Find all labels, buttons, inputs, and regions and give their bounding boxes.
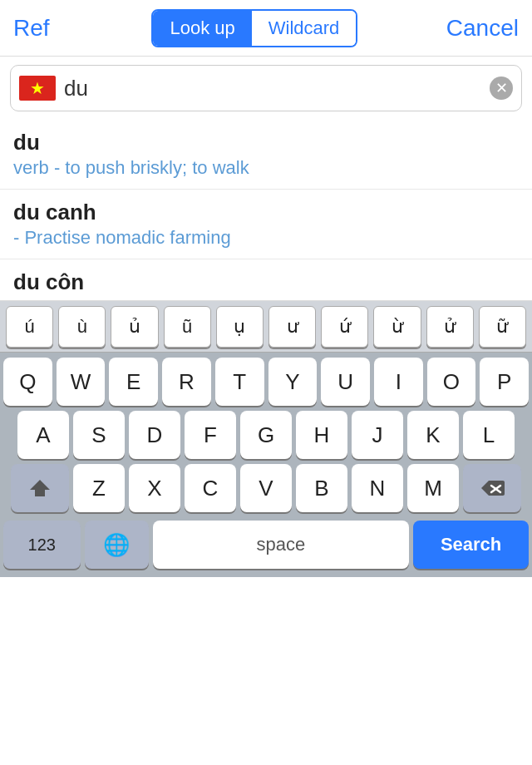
key-g[interactable]: G [240,411,292,459]
search-button[interactable]: Search [413,521,529,569]
key-h[interactable]: H [296,411,347,459]
keyboard-row-1: Q W E R T Y U I O P [0,358,532,406]
key-t[interactable]: T [215,358,264,406]
key-u[interactable]: U [321,358,370,406]
keyboard-row-3: Z X C V B N M [0,464,532,512]
vietnam-flag-icon: ★ [19,76,56,101]
result-definition: - Practise nomadic farming [13,227,519,249]
key-j[interactable]: J [352,411,403,459]
shift-key[interactable] [11,464,69,512]
diacritic-key-u-acute[interactable]: ú [6,306,53,348]
search-input[interactable] [64,76,490,101]
list-item[interactable]: du verb - to push briskly; to walk [0,120,532,190]
cancel-button[interactable]: Cancel [446,15,519,42]
space-key[interactable]: space [153,521,410,569]
diacritic-key-u-horn-grave[interactable]: ừ [373,306,421,348]
backspace-key[interactable] [463,464,521,512]
diacritic-key-u-grave[interactable]: ù [58,306,106,348]
key-l[interactable]: L [463,411,515,459]
header: Ref Look up Wildcard Cancel [0,0,532,57]
keyboard-row-2: A S D F G H J K L [0,411,532,459]
diacritic-key-u-hook[interactable]: ủ [111,306,158,348]
key-b[interactable]: B [296,464,347,512]
key-x[interactable]: X [129,464,180,512]
key-s[interactable]: S [73,411,125,459]
key-k[interactable]: K [407,411,459,459]
svg-marker-0 [30,480,50,496]
key-q[interactable]: Q [3,358,52,406]
list-item[interactable]: du côn [0,259,532,300]
key-e[interactable]: E [109,358,158,406]
result-word: du côn [13,269,519,295]
ref-button[interactable]: Ref [13,15,63,42]
result-word: du canh [13,200,519,225]
diacritic-key-u-horn[interactable]: ư [268,306,316,348]
key-r[interactable]: R [162,358,211,406]
key-m[interactable]: M [407,464,459,512]
segmented-control: Look up Wildcard [151,9,357,47]
diacritic-key-u-tilde[interactable]: ũ [164,306,211,348]
list-item[interactable]: du canh - Practise nomadic farming [0,190,532,259]
wildcard-button[interactable]: Wildcard [252,11,357,46]
keyboard: Q W E R T Y U I O P A S D F G H J K L Z … [0,353,532,577]
key-y[interactable]: Y [268,358,318,406]
diacritic-key-u-horn-hook[interactable]: ử [426,306,474,348]
diacritic-key-u-horn-acute[interactable]: ứ [321,306,368,348]
lookup-button[interactable]: Look up [153,11,251,46]
result-word: du [13,130,519,155]
diacritic-bar: ú ù ủ ũ ụ ư ứ ừ ử ữ [0,301,532,353]
diacritic-key-u-horn-tilde[interactable]: ữ [479,306,526,348]
key-i[interactable]: I [374,358,423,406]
key-a[interactable]: A [17,411,69,459]
globe-key[interactable]: 🌐 [85,521,149,569]
key-w[interactable]: W [57,358,106,406]
key-v[interactable]: V [240,464,292,512]
key-f[interactable]: F [185,411,236,459]
diacritic-key-u-dot[interactable]: ụ [216,306,264,348]
results-list: du verb - to push briskly; to walk du ca… [0,120,532,301]
numbers-key[interactable]: 123 [3,521,81,569]
clear-button[interactable]: ✕ [490,76,513,100]
keyboard-bottom-row: 123 🌐 space Search [0,517,532,572]
key-z[interactable]: Z [73,464,125,512]
key-c[interactable]: C [185,464,236,512]
key-n[interactable]: N [352,464,403,512]
key-o[interactable]: O [427,358,476,406]
key-p[interactable]: P [480,358,529,406]
result-definition: verb - to push briskly; to walk [13,157,519,179]
key-d[interactable]: D [129,411,180,459]
search-bar: ★ ✕ [10,65,522,111]
